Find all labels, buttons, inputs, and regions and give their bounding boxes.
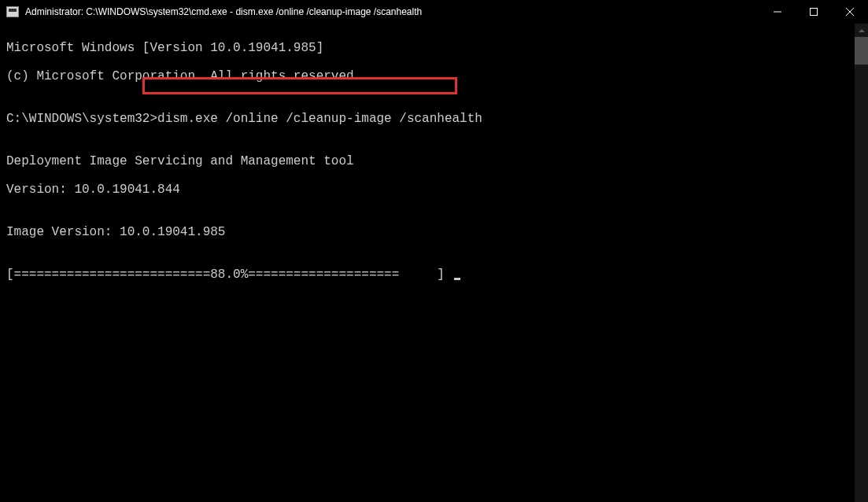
titlebar-left-group: Administrator: C:\WINDOWS\system32\cmd.e… (6, 6, 422, 17)
minimize-button[interactable] (759, 0, 796, 24)
output-image-version: Image Version: 10.0.19041.985 (6, 225, 862, 239)
svg-marker-4 (859, 29, 865, 32)
output-windows-version: Microsoft Windows [Version 10.0.19041.98… (6, 41, 862, 55)
entered-command: dism.exe /online /cleanup-image /scanhea… (157, 112, 482, 126)
minimize-icon (774, 8, 781, 16)
prompt-path: C:\WINDOWS\system32> (6, 112, 157, 126)
scrollbar-up-arrow[interactable] (855, 24, 868, 37)
close-icon (846, 8, 854, 16)
svg-rect-1 (811, 9, 818, 16)
terminal-output[interactable]: Microsoft Windows [Version 10.0.19041.98… (0, 24, 868, 502)
window-title: Administrator: C:\WINDOWS\system32\cmd.e… (25, 6, 422, 17)
maximize-button[interactable] (796, 0, 832, 24)
scrollbar-thumb[interactable] (855, 37, 868, 65)
maximize-icon (810, 8, 818, 16)
chevron-up-icon (859, 29, 865, 32)
window-controls (759, 0, 868, 23)
output-copyright: (c) Microsoft Corporation. All rights re… (6, 69, 862, 83)
window-titlebar: Administrator: C:\WINDOWS\system32\cmd.e… (0, 0, 868, 24)
output-tool-version: Version: 10.0.19041.844 (6, 183, 862, 197)
output-progress-bar: [==========================88.0%========… (6, 268, 862, 282)
close-button[interactable] (832, 0, 868, 24)
output-tool-name: Deployment Image Servicing and Managemen… (6, 154, 862, 168)
progress-text: [==========================88.0%========… (6, 268, 452, 282)
cmd-icon (6, 6, 19, 17)
prompt-line: C:\WINDOWS\system32>dism.exe /online /cl… (6, 112, 862, 126)
cursor (454, 278, 460, 280)
vertical-scrollbar[interactable] (855, 24, 868, 502)
